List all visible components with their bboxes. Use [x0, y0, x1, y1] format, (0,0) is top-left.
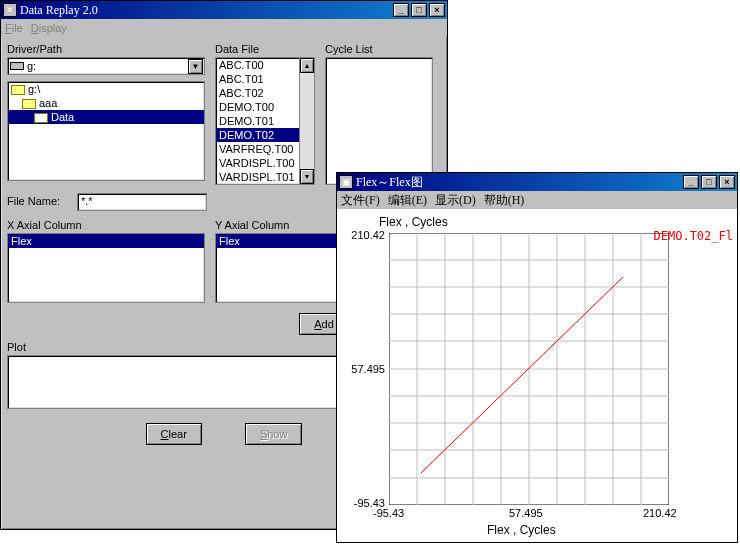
menu-display[interactable]: Display: [31, 22, 67, 34]
app-icon: ✕: [3, 3, 17, 17]
menu-help[interactable]: 帮助(H): [484, 192, 525, 209]
minimize-button[interactable]: _: [393, 3, 409, 17]
file-listbox[interactable]: ABC.T00ABC.T01ABC.T02DEMO.T00DEMO.T01DEM…: [215, 57, 315, 185]
folder-icon: [22, 99, 36, 109]
scroll-up-icon[interactable]: ▲: [300, 58, 314, 73]
window-title: Flex～Flex图: [356, 174, 681, 191]
minimize-button[interactable]: _: [683, 175, 699, 189]
show-button[interactable]: Show: [245, 423, 303, 445]
maximize-button[interactable]: □: [411, 3, 427, 17]
xtick-left: -95.43: [373, 507, 404, 519]
y-axis-label: Flex , Cycles: [379, 215, 448, 229]
list-item[interactable]: VARFREQ.T01: [216, 184, 314, 185]
menubar: File Display: [1, 19, 447, 37]
chevron-down-icon[interactable]: ▼: [188, 59, 203, 74]
chart-svg: [389, 233, 669, 505]
label-filename: File Name:: [7, 195, 67, 207]
svg-line-19: [421, 277, 623, 473]
xtick-right: 210.42: [643, 507, 677, 519]
label-xaxial: X Axial Column: [7, 219, 205, 231]
drive-icon: [10, 62, 24, 70]
scroll-down-icon[interactable]: ▼: [300, 169, 314, 184]
chart-icon: ▣: [339, 175, 353, 189]
list-item[interactable]: Flex: [8, 234, 204, 248]
tree-mid[interactable]: aaa: [8, 96, 204, 110]
xtick-mid: 57.495: [509, 507, 543, 519]
close-button[interactable]: ×: [429, 3, 445, 17]
folder-tree[interactable]: g:\ aaa Data: [7, 81, 205, 181]
label-datafile: Data File: [215, 43, 315, 55]
x-axis-label: Flex , Cycles: [487, 523, 556, 537]
folder-open-icon: [34, 113, 48, 123]
drive-value: g:: [27, 60, 36, 72]
scrollbar[interactable]: ▲ ▼: [299, 58, 314, 184]
menu-display[interactable]: 显示(D): [435, 192, 476, 209]
menubar: 文件(F) 编辑(E) 显示(D) 帮助(H): [337, 191, 737, 209]
label-driverpath: Driver/Path: [7, 43, 205, 55]
menu-file[interactable]: File: [5, 22, 23, 34]
tree-leaf[interactable]: Data: [8, 110, 204, 124]
ytick-top: 210.42: [341, 229, 385, 241]
titlebar: ▣ Flex～Flex图 _ □ ×: [337, 173, 737, 191]
menu-edit[interactable]: 编辑(E): [388, 192, 427, 209]
drive-dropdown[interactable]: g: ▼: [7, 57, 205, 75]
tree-root[interactable]: g:\: [8, 82, 204, 96]
cycle-listbox[interactable]: [325, 57, 433, 185]
flex-chart-window: ▣ Flex～Flex图 _ □ × 文件(F) 编辑(E) 显示(D) 帮助(…: [336, 172, 738, 543]
x-column-listbox[interactable]: Flex: [7, 233, 205, 303]
window-title: Data Replay 2.0: [20, 3, 391, 18]
close-button[interactable]: ×: [719, 175, 735, 189]
label-cyclelist: Cycle List: [325, 43, 433, 55]
menu-file[interactable]: 文件(F): [341, 192, 380, 209]
titlebar: ✕ Data Replay 2.0 _ □ ×: [1, 1, 447, 19]
plot-area: Flex , Cycles DEMO.T02_Fl 210.42 57.495 …: [337, 209, 737, 542]
folder-icon: [11, 85, 25, 95]
ytick-mid: 57.495: [341, 363, 385, 375]
clear-button[interactable]: Clear: [146, 423, 202, 445]
maximize-button[interactable]: □: [701, 175, 717, 189]
filename-input[interactable]: *.*: [77, 193, 207, 211]
